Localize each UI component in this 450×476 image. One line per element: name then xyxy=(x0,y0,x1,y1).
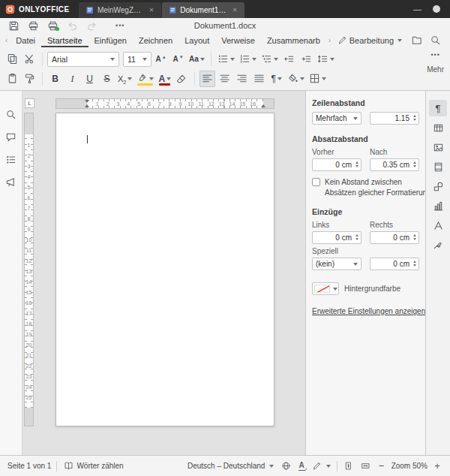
italic-button[interactable]: I xyxy=(64,71,80,87)
underline-button[interactable]: U xyxy=(82,71,98,87)
line-spacing-type-select[interactable]: Mehrfach xyxy=(312,112,362,125)
shading-button[interactable] xyxy=(286,71,306,87)
spinner-arrows[interactable] xyxy=(356,234,358,240)
page-number-indicator[interactable]: Seite 1 von 1 xyxy=(8,462,51,470)
right-indent-marker[interactable] xyxy=(261,102,266,107)
table-settings-button[interactable] xyxy=(429,119,447,136)
change-case-button[interactable]: Aa xyxy=(188,51,206,68)
cut-button[interactable] xyxy=(22,51,38,68)
save-button[interactable] xyxy=(4,19,22,32)
print-button[interactable] xyxy=(24,19,42,32)
quick-print-button[interactable] xyxy=(44,19,62,32)
editor-canvas[interactable]: L 12345678910111213141516 12345678910111… xyxy=(22,91,305,455)
chart-settings-button[interactable] xyxy=(429,197,447,214)
clear-style-button[interactable] xyxy=(174,71,190,87)
decrease-indent-button[interactable] xyxy=(281,51,297,68)
spinner-arrows[interactable] xyxy=(413,234,416,240)
borders-button[interactable] xyxy=(308,71,328,87)
align-left-button[interactable] xyxy=(200,71,215,87)
increase-indent-button[interactable] xyxy=(298,51,314,68)
spell-check-toggle[interactable]: A✓ xyxy=(297,459,305,474)
spinner-arrows[interactable] xyxy=(413,161,416,167)
minimize-button[interactable]: — xyxy=(413,5,422,14)
tab-datei[interactable]: Datei xyxy=(10,33,41,47)
indent-right-input[interactable]: 0 cm xyxy=(370,231,419,244)
tabs-scroll-left-button[interactable]: ‹ xyxy=(3,33,10,47)
copy-style-button[interactable] xyxy=(22,71,38,87)
increase-font-button[interactable]: A▲ xyxy=(153,51,169,68)
textart-settings-button[interactable] xyxy=(429,217,447,233)
word-count-button[interactable]: Wörter zählen xyxy=(62,459,124,474)
spacing-before-input[interactable]: 0 cm xyxy=(312,158,362,171)
document-page[interactable] xyxy=(56,113,274,426)
document-tab-2[interactable]: Dokument1.docx ✕ xyxy=(162,2,244,18)
find-button[interactable] xyxy=(3,106,20,122)
spinner-arrows[interactable] xyxy=(356,161,358,167)
paste-button[interactable] xyxy=(4,71,20,87)
paragraph-settings-button[interactable]: ¶ xyxy=(429,100,447,116)
spinner-arrows[interactable] xyxy=(413,115,416,121)
copy-button[interactable] xyxy=(4,51,20,68)
hanging-indent-marker[interactable] xyxy=(85,102,89,107)
special-indent-amount-input[interactable]: 0 cm xyxy=(370,258,419,270)
toolbar-options-button[interactable]: ••• xyxy=(430,51,440,59)
align-center-button[interactable] xyxy=(217,71,232,87)
tab-zeichnen[interactable]: Zeichnen xyxy=(133,33,178,47)
shape-settings-button[interactable] xyxy=(429,178,447,194)
tab-startseite[interactable]: Startseite xyxy=(41,33,88,47)
subscript-superscript-button[interactable]: X2 xyxy=(116,71,134,87)
zoom-in-button[interactable]: + xyxy=(432,460,442,471)
comments-button[interactable] xyxy=(3,128,20,145)
spacing-after-input[interactable]: 0.35 cm xyxy=(370,158,419,171)
no-spacing-between-checkbox[interactable] xyxy=(312,178,320,186)
tabs-scroll-right-button[interactable]: › xyxy=(326,33,333,47)
customize-quick-access-button[interactable]: ••• xyxy=(116,22,124,29)
font-size-select[interactable]: 11 xyxy=(123,52,152,67)
font-name-select[interactable]: Arial xyxy=(47,52,119,67)
tab-stop-selector[interactable]: L xyxy=(25,98,34,108)
zoom-out-button[interactable]: − xyxy=(376,460,387,471)
tab-close-icon[interactable]: ✕ xyxy=(149,7,154,14)
search-icon[interactable] xyxy=(430,35,441,46)
fit-width-button[interactable] xyxy=(359,459,372,474)
line-spacing-button[interactable] xyxy=(316,51,336,68)
background-color-picker[interactable] xyxy=(312,282,339,295)
navigation-button[interactable] xyxy=(3,151,20,167)
spinner-arrows[interactable] xyxy=(413,261,416,267)
redo-button[interactable] xyxy=(82,19,100,32)
document-language-select[interactable]: Deutsch – Deutschland xyxy=(186,459,275,474)
editing-mode-select[interactable]: Bearbeitung xyxy=(334,33,405,47)
nonprinting-characters-button[interactable]: ¶ xyxy=(268,71,284,87)
multilevel-list-button[interactable] xyxy=(260,51,280,68)
zoom-level-indicator[interactable]: Zoom 50% xyxy=(392,462,428,470)
open-file-location-icon[interactable] xyxy=(411,35,422,46)
bullet-list-button[interactable] xyxy=(216,51,236,68)
horizontal-ruler[interactable]: 12345678910111213141516 xyxy=(56,98,274,109)
header-footer-settings-button[interactable] xyxy=(429,158,447,175)
line-spacing-value-input[interactable]: 1.15 xyxy=(370,112,419,125)
tab-zusammenarbeit[interactable]: Zusammenarb xyxy=(261,33,326,47)
numbered-list-button[interactable] xyxy=(238,51,258,68)
strikethrough-button[interactable]: S xyxy=(99,71,115,87)
tab-verweise[interactable]: Verweise xyxy=(215,33,261,47)
decrease-font-button[interactable]: A▼ xyxy=(170,51,186,68)
image-settings-button[interactable] xyxy=(429,139,447,155)
align-right-button[interactable] xyxy=(234,71,250,87)
document-tab-1[interactable]: MeinWegZuLi... ✕ xyxy=(79,2,161,18)
tab-layout[interactable]: Layout xyxy=(178,33,215,47)
special-indent-select[interactable]: (kein) xyxy=(312,258,362,270)
advanced-settings-link[interactable]: Erweiterte Einstellungen anzeigen xyxy=(312,307,419,315)
close-button[interactable] xyxy=(433,5,440,13)
bold-button[interactable]: B xyxy=(47,71,63,87)
font-color-button[interactable]: A xyxy=(157,71,172,87)
undo-button[interactable] xyxy=(63,19,81,32)
fit-page-button[interactable] xyxy=(342,459,355,474)
align-justify-button[interactable] xyxy=(251,71,267,87)
toolbar-more-button[interactable]: Mehr xyxy=(427,65,444,74)
input-language-button[interactable] xyxy=(280,459,292,474)
feedback-button[interactable] xyxy=(3,173,20,190)
track-changes-button[interactable] xyxy=(310,459,332,474)
vertical-ruler[interactable]: 1234567891011121314151617181920212223242… xyxy=(24,113,34,426)
tab-einfuegen[interactable]: Einfügen xyxy=(88,33,133,47)
tab-close-icon[interactable]: ✕ xyxy=(232,7,238,14)
